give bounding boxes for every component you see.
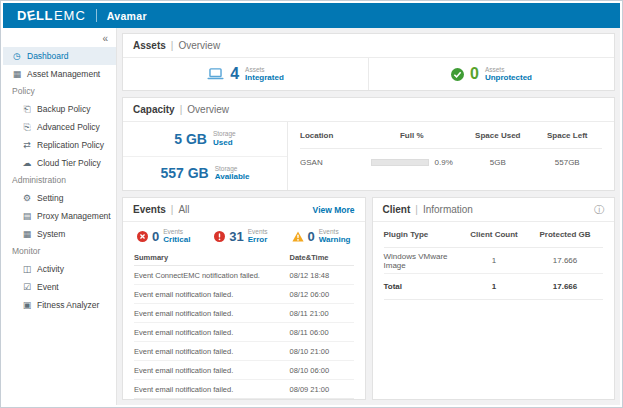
event-summary: Event email notification failed.	[134, 385, 290, 394]
column-header: Plugin Type	[384, 230, 462, 239]
sidebar-item-system[interactable]: ▦ System	[3, 225, 116, 243]
asset-management-icon: ▦	[12, 69, 22, 79]
sidebar-item-event[interactable]: ☑ Event	[3, 278, 116, 296]
storage-used-stat: 5 GB Storage Used	[123, 122, 287, 156]
sidebar-item-cloud-tier-policy[interactable]: ☁ Cloud Tier Policy	[3, 154, 116, 172]
stat-label-top: Assets	[485, 66, 532, 73]
event-datetime: 08/11 06:00	[290, 328, 354, 337]
fitness-analyzer-icon: ▣	[22, 300, 32, 310]
sidebar-item-activity[interactable]: ◫ Activity	[3, 260, 116, 278]
sidebar-section-monitor: Monitor	[3, 243, 116, 260]
sidebar-item-label: Event	[37, 282, 59, 292]
stat-label-bottom: Used	[213, 138, 236, 147]
sidebar-item-replication-policy[interactable]: ⇄ Replication Policy	[3, 136, 116, 154]
card-title: Events	[133, 204, 166, 215]
sidebar-item-label: Advanced Policy	[37, 122, 100, 132]
sidebar-item-label: Backup Policy	[37, 104, 90, 114]
stat-label-top: Assets	[245, 66, 284, 73]
event-row: Event email notification failed. 08/11 2…	[134, 304, 354, 323]
activity-icon: ◫	[22, 264, 32, 274]
column-header: Client Count	[461, 230, 527, 239]
events-all-card: Events | All View More 0 Events Critical	[122, 197, 366, 400]
client-count-cell: 1	[461, 256, 527, 265]
event-datetime: 08/10 06:00	[290, 366, 354, 375]
table-row: GSAN 0.9% 5GB 557GB	[300, 149, 602, 176]
event-row: Event email notification failed. 08/09 2…	[134, 380, 354, 399]
event-row: Event email notification failed. 08/11 0…	[134, 323, 354, 342]
proxy-management-icon: ▤	[22, 211, 32, 221]
sidebar-item-label: Setting	[37, 193, 63, 203]
event-datetime: 08/11 21:00	[290, 309, 354, 318]
sidebar-collapse-button[interactable]: «	[3, 31, 116, 47]
event-summary: Event ConnectEMC notification failed.	[134, 271, 290, 280]
capacity-table: Location Full % Space Used Space Left GS…	[288, 122, 614, 190]
client-card-header: Client | Information ⓘ	[373, 198, 615, 222]
capacity-table-header: Location Full % Space Used Space Left	[300, 122, 602, 149]
stat-label-bottom: Critical	[163, 235, 190, 244]
capacity-overview-card: Capacity | Overview 5 GB Storage Used	[122, 97, 615, 191]
event-summary: Event email notification failed.	[134, 290, 290, 299]
replication-policy-icon: ⇄	[22, 140, 32, 150]
sidebar-nav: « ◷ Dashboard ▦ Asset Management Policy …	[3, 28, 117, 405]
critical-count: 0	[152, 229, 159, 244]
event-datetime: 08/09 21:00	[290, 385, 354, 394]
sidebar-item-label: Cloud Tier Policy	[37, 158, 101, 168]
total-client-count: 1	[461, 282, 527, 291]
critical-events-stat: 0 Events Critical	[137, 228, 190, 245]
dashboard-icon: ◷	[12, 51, 22, 61]
event-summary: Event email notification failed.	[134, 328, 290, 337]
column-header: Protected GB	[527, 230, 603, 239]
stat-label-top: Storage	[215, 165, 250, 172]
stat-label-bottom: Integrated	[245, 73, 284, 82]
sidebar-item-advanced-policy[interactable]: ⎘ Advanced Policy	[3, 118, 116, 136]
protected-gb-cell: 17.666	[527, 256, 603, 265]
sidebar-item-asset-management[interactable]: ▦ Asset Management	[3, 65, 116, 83]
collapse-chevron-icon: «	[102, 33, 108, 44]
view-more-link[interactable]: View More	[313, 205, 355, 215]
event-summary: Event email notification failed.	[134, 347, 290, 356]
client-table-header: Plugin Type Client Count Protected GB	[384, 222, 604, 248]
stat-label-bottom: Warning	[319, 235, 351, 244]
app-window: DELLEMC Avamar « ◷ Dashboard ▦ Asset Man…	[0, 0, 623, 408]
event-datetime: 08/10 21:00	[290, 347, 354, 356]
assets-unprotected-stat: 0 Assets Unprotected	[368, 58, 614, 90]
laptop-icon	[207, 68, 224, 80]
capacity-stats: 5 GB Storage Used 557 GB Storage Availab…	[123, 122, 288, 190]
column-header: Space Left	[533, 131, 602, 140]
column-header: Location	[300, 131, 360, 140]
warning-events-stat: 0 Events Warning	[292, 228, 351, 245]
sidebar-item-backup-policy[interactable]: ⎗ Backup Policy	[3, 100, 116, 118]
logo-text: LL	[36, 8, 53, 23]
sidebar-item-fitness-analyzer[interactable]: ▣ Fitness Analyzer	[3, 296, 116, 314]
full-percent-value: 0.9%	[435, 158, 453, 167]
column-header: Space Used	[463, 131, 532, 140]
sidebar-item-proxy-management[interactable]: ▤ Proxy Management	[3, 207, 116, 225]
client-table: Plugin Type Client Count Protected GB Wi…	[373, 222, 615, 399]
client-information-card: Client | Information ⓘ Plugin Type Clien…	[372, 197, 616, 400]
space-left-cell: 557GB	[533, 158, 602, 167]
sidebar-item-dashboard[interactable]: ◷ Dashboard	[3, 47, 116, 65]
total-label: Total	[384, 282, 462, 291]
cloud-tier-policy-icon: ☁	[22, 158, 32, 168]
events-table-header: Summary Date&Time	[134, 250, 354, 266]
dellemc-logo: DELLEMC	[17, 8, 86, 23]
warning-count: 0	[308, 229, 315, 244]
assets-integrated-stat: 4 Assets Integrated	[123, 58, 368, 90]
error-exclamation-circle-icon	[214, 231, 225, 242]
title-divider: |	[171, 204, 174, 215]
backup-policy-icon: ⎗	[22, 104, 32, 115]
product-title: Avamar	[107, 10, 147, 22]
system-icon: ▦	[22, 229, 32, 239]
card-subtitle: Overview	[178, 40, 220, 51]
info-icon[interactable]: ⓘ	[594, 203, 604, 217]
table-row: Windows VMware Image 1 17.666	[384, 248, 604, 274]
event-row: Event email notification failed. 08/10 2…	[134, 342, 354, 361]
storage-used-value: 5 GB	[174, 131, 207, 147]
card-subtitle: Overview	[187, 104, 229, 115]
sidebar-section-administration: Administration	[3, 172, 116, 189]
stat-label-bottom: Unprotected	[485, 73, 532, 82]
sidebar-item-setting[interactable]: ⚙ Setting	[3, 189, 116, 207]
event-row: Event email notification failed. 08/10 0…	[134, 361, 354, 380]
setting-gear-icon: ⚙	[22, 193, 32, 203]
integrated-count: 4	[230, 65, 239, 83]
